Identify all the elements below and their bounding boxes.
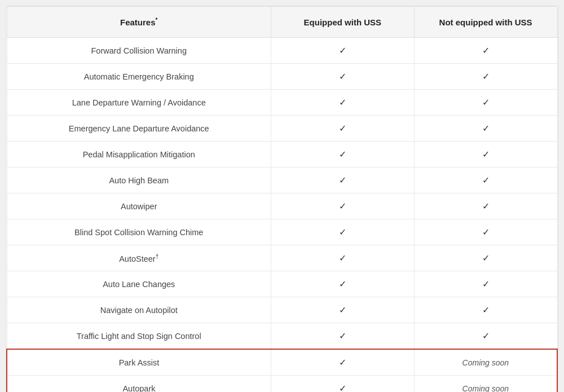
feature-name-cell: Park Assist xyxy=(7,349,271,376)
not-equipped-value-cell: Coming soon xyxy=(414,349,557,376)
comparison-table-wrapper: Features* Equipped with USS Not equipped… xyxy=(6,6,558,392)
table-row: Pedal Misapplication Mitigation✓✓ xyxy=(7,142,557,168)
table-row: Auto Lane Changes✓✓ xyxy=(7,271,557,297)
feature-name-cell: Auto High Beam xyxy=(7,168,271,193)
feature-name-cell: Lane Departure Warning / Avoidance xyxy=(7,90,271,116)
features-comparison-table: Features* Equipped with USS Not equipped… xyxy=(6,6,558,392)
equipped-check-cell: ✓ xyxy=(271,193,414,219)
equipped-check-cell: ✓ xyxy=(271,271,414,297)
not-equipped-value-cell: ✓ xyxy=(414,90,557,116)
feature-name-cell: Autowiper xyxy=(7,193,271,219)
table-row: Autopark✓Coming soon xyxy=(7,376,557,393)
equipped-check-cell: ✓ xyxy=(271,64,414,90)
table-row: Blind Spot Collision Warning Chime✓✓ xyxy=(7,219,557,245)
table-row: Navigate on Autopilot✓✓ xyxy=(7,297,557,323)
table-row: Emergency Lane Departure Avoidance✓✓ xyxy=(7,116,557,142)
feature-name-cell: AutoSteer† xyxy=(7,245,271,271)
feature-name-cell: Navigate on Autopilot xyxy=(7,297,271,323)
feature-name-cell: Autopark xyxy=(7,376,271,393)
not-equipped-value-cell: ✓ xyxy=(414,219,557,245)
equipped-check-cell: ✓ xyxy=(271,323,414,350)
feature-name-cell: Blind Spot Collision Warning Chime xyxy=(7,219,271,245)
not-equipped-value-cell: ✓ xyxy=(414,38,557,64)
table-row: AutoSteer†✓✓ xyxy=(7,245,557,271)
equipped-check-cell: ✓ xyxy=(271,297,414,323)
not-equipped-value-cell: ✓ xyxy=(414,323,557,350)
not-equipped-value-cell: ✓ xyxy=(414,271,557,297)
not-equipped-column-header: Not equipped with USS xyxy=(414,7,557,38)
not-equipped-value-cell: ✓ xyxy=(414,116,557,142)
table-row: Traffic Light and Stop Sign Control✓✓ xyxy=(7,323,557,350)
not-equipped-value-cell: ✓ xyxy=(414,168,557,193)
not-equipped-value-cell: ✓ xyxy=(414,245,557,271)
table-row: Autowiper✓✓ xyxy=(7,193,557,219)
features-column-header: Features* xyxy=(7,7,271,38)
equipped-check-cell: ✓ xyxy=(271,116,414,142)
table-row: Lane Departure Warning / Avoidance✓✓ xyxy=(7,90,557,116)
equipped-check-cell: ✓ xyxy=(271,245,414,271)
table-header-row: Features* Equipped with USS Not equipped… xyxy=(7,7,557,38)
not-equipped-value-cell: ✓ xyxy=(414,64,557,90)
equipped-column-header: Equipped with USS xyxy=(271,7,414,38)
table-row: Auto High Beam✓✓ xyxy=(7,168,557,193)
not-equipped-value-cell: Coming soon xyxy=(414,376,557,393)
feature-name-cell: Auto Lane Changes xyxy=(7,271,271,297)
equipped-check-cell: ✓ xyxy=(271,90,414,116)
equipped-check-cell: ✓ xyxy=(271,376,414,393)
equipped-check-cell: ✓ xyxy=(271,168,414,193)
equipped-check-cell: ✓ xyxy=(271,219,414,245)
table-row: Automatic Emergency Braking✓✓ xyxy=(7,64,557,90)
table-row: Forward Collision Warning✓✓ xyxy=(7,38,557,64)
feature-name-cell: Emergency Lane Departure Avoidance xyxy=(7,116,271,142)
table-row: Park Assist✓Coming soon xyxy=(7,349,557,376)
not-equipped-value-cell: ✓ xyxy=(414,297,557,323)
equipped-check-cell: ✓ xyxy=(271,349,414,376)
not-equipped-value-cell: ✓ xyxy=(414,142,557,168)
feature-name-cell: Automatic Emergency Braking xyxy=(7,64,271,90)
feature-name-cell: Traffic Light and Stop Sign Control xyxy=(7,323,271,350)
feature-name-cell: Forward Collision Warning xyxy=(7,38,271,64)
equipped-check-cell: ✓ xyxy=(271,38,414,64)
feature-name-cell: Pedal Misapplication Mitigation xyxy=(7,142,271,168)
features-asterisk: * xyxy=(156,17,158,23)
equipped-check-cell: ✓ xyxy=(271,142,414,168)
not-equipped-value-cell: ✓ xyxy=(414,193,557,219)
table-body: Forward Collision Warning✓✓Automatic Eme… xyxy=(7,38,557,393)
features-header-label: Features xyxy=(120,17,156,27)
